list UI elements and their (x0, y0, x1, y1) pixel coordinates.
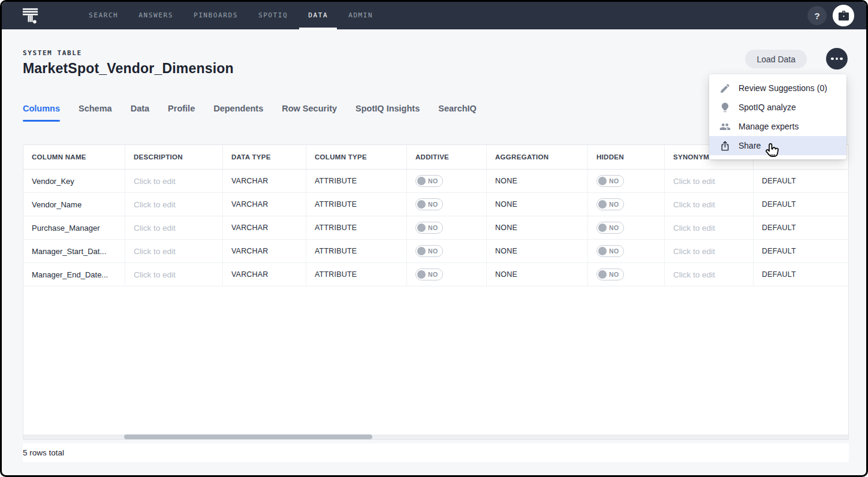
index-type-cell[interactable]: DEFAULT (754, 170, 848, 192)
description-cell[interactable]: Click to edit (125, 170, 223, 192)
synonym-cell[interactable]: Click to edit (665, 240, 754, 262)
nav-item-data[interactable]: DATA (298, 2, 338, 29)
tab-columns[interactable]: Columns (23, 98, 60, 122)
menu-item-label: Manage experts (739, 122, 798, 131)
hidden-toggle[interactable]: NO (596, 198, 624, 210)
additive-toggle[interactable]: NO (415, 175, 443, 187)
menu-item-spotiq-analyze[interactable]: SpotIQ analyze (709, 98, 846, 117)
description-cell[interactable]: Click to edit (125, 216, 223, 239)
table-row: Vendor_NameClick to editVARCHARATTRIBUTE… (23, 193, 848, 216)
aggregation-cell[interactable]: NONE (487, 263, 588, 286)
additive-toggle[interactable]: NO (415, 198, 443, 210)
load-data-button[interactable]: Load Data (745, 50, 807, 68)
tab-schema[interactable]: Schema (79, 98, 112, 122)
tab-dependents[interactable]: Dependents (213, 98, 263, 122)
column-name-cell[interactable]: Manager_Start_Dat... (23, 240, 125, 262)
tab-row-security[interactable]: Row Security (282, 98, 337, 122)
nav-item-spotiq[interactable]: SPOTIQ (248, 2, 298, 29)
menu-item-label: SpotIQ analyze (739, 102, 796, 112)
nav-item-search[interactable]: SEARCH (79, 2, 128, 29)
column-type-cell[interactable]: ATTRIBUTE (306, 263, 407, 286)
toggle-label: NO (428, 224, 438, 231)
user-avatar[interactable] (833, 5, 854, 26)
top-nav: SEARCHANSWERSPINBOARDSSPOTIQDATAADMIN ? (2, 2, 866, 29)
more-actions-button[interactable] (826, 48, 848, 70)
question-mark-icon: ? (814, 11, 819, 21)
column-type-cell[interactable]: ATTRIBUTE (306, 193, 407, 216)
description-cell[interactable]: Click to edit (125, 193, 223, 216)
menu-item-manage-experts[interactable]: Manage experts (709, 117, 846, 136)
nav-item-admin[interactable]: ADMIN (338, 2, 383, 29)
toggle-knob (417, 270, 426, 279)
hidden-toggle[interactable]: NO (596, 268, 624, 280)
aggregation-cell[interactable]: NONE (487, 170, 588, 192)
synonym-cell[interactable]: Click to edit (665, 170, 754, 192)
additive-cell: NO (407, 193, 487, 216)
description-cell[interactable]: Click to edit (125, 263, 223, 286)
tab-data[interactable]: Data (131, 98, 149, 122)
index-type-cell[interactable]: DEFAULT (754, 193, 848, 216)
tab-searchiq[interactable]: SearchIQ (438, 98, 477, 122)
horizontal-scrollbar[interactable] (23, 434, 848, 439)
briefcase-icon (837, 9, 851, 23)
hidden-toggle[interactable]: NO (596, 222, 624, 234)
additive-cell: NO (407, 216, 487, 239)
synonym-cell[interactable]: Click to edit (665, 216, 754, 239)
data-type-cell: VARCHAR (223, 240, 306, 262)
hidden-toggle[interactable]: NO (596, 175, 624, 187)
help-button[interactable]: ? (807, 6, 827, 25)
table-body: Vendor_KeyClick to editVARCHARATTRIBUTEN… (23, 170, 848, 286)
column-name-cell[interactable]: Vendor_Name (23, 193, 125, 216)
additive-toggle[interactable]: NO (415, 245, 443, 257)
hidden-cell: NO (588, 240, 665, 262)
additive-toggle[interactable]: NO (415, 268, 443, 280)
description-cell[interactable]: Click to edit (125, 240, 223, 262)
hidden-toggle[interactable]: NO (596, 245, 624, 257)
row-count-label: 5 rows total (23, 443, 849, 462)
column-header-column-type: COLUMN TYPE (306, 145, 407, 169)
column-header-hidden: HIDDEN (588, 145, 665, 169)
column-name-cell[interactable]: Vendor_Key (23, 170, 125, 192)
nav-item-pinboards[interactable]: PINBOARDS (183, 2, 248, 29)
hidden-cell: NO (588, 216, 665, 239)
column-type-cell[interactable]: ATTRIBUTE (306, 170, 407, 192)
tab-spotiq-insights[interactable]: SpotIQ Insights (355, 98, 420, 122)
index-type-cell[interactable]: DEFAULT (754, 263, 848, 286)
synonym-cell[interactable]: Click to edit (665, 193, 754, 216)
toggle-label: NO (609, 177, 619, 185)
toggle-knob (598, 200, 607, 209)
synonym-cell[interactable]: Click to edit (665, 263, 754, 286)
page-title: MarketSpot_Vendor_Dimension (23, 61, 234, 77)
column-name-cell[interactable]: Purchase_Manager (23, 216, 125, 239)
aggregation-cell[interactable]: NONE (487, 193, 588, 216)
index-type-cell[interactable]: DEFAULT (754, 240, 848, 262)
toggle-knob (598, 224, 607, 232)
nav-right: ? (807, 5, 854, 26)
toggle-label: NO (428, 271, 438, 278)
column-name-cell[interactable]: Manager_End_Date... (23, 263, 125, 286)
thoughtspot-logo-icon[interactable] (22, 7, 39, 25)
table-row: Purchase_ManagerClick to editVARCHARATTR… (23, 216, 848, 240)
scrollbar-thumb[interactable] (124, 434, 372, 439)
tab-bar: ColumnsSchemaDataProfileDependentsRow Se… (23, 98, 477, 122)
toggle-knob (417, 224, 426, 232)
toggle-knob (417, 200, 426, 209)
nav-item-answers[interactable]: ANSWERS (128, 2, 183, 29)
data-type-cell: VARCHAR (223, 170, 306, 192)
people-icon (719, 121, 731, 132)
menu-item-label: Share (739, 141, 761, 150)
toggle-label: NO (428, 247, 438, 255)
data-type-cell: VARCHAR (223, 216, 306, 239)
data-type-cell: VARCHAR (223, 193, 306, 216)
table-row: Vendor_KeyClick to editVARCHARATTRIBUTEN… (23, 170, 848, 193)
hidden-cell: NO (588, 263, 665, 286)
aggregation-cell[interactable]: NONE (487, 240, 588, 262)
menu-item-review-suggestions-0[interactable]: Review Suggestions (0) (709, 79, 846, 98)
index-type-cell[interactable]: DEFAULT (754, 216, 848, 239)
additive-toggle[interactable]: NO (415, 222, 443, 234)
tab-profile[interactable]: Profile (168, 98, 195, 122)
column-type-cell[interactable]: ATTRIBUTE (306, 216, 407, 239)
column-type-cell[interactable]: ATTRIBUTE (306, 240, 407, 262)
aggregation-cell[interactable]: NONE (487, 216, 588, 239)
toggle-label: NO (609, 224, 619, 231)
